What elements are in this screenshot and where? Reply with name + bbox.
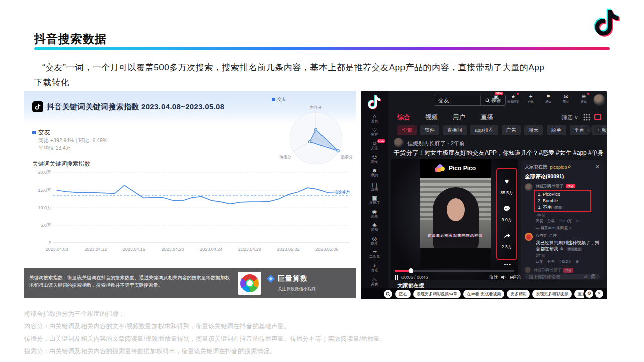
chip-脱单[interactable]: 脱单 bbox=[547, 125, 566, 135]
sidebar-item-推荐[interactable]: ♡推荐 bbox=[361, 127, 388, 140]
comment-time: 2年前 bbox=[536, 213, 584, 218]
settings-gear-icon[interactable]: ⚙ bbox=[585, 290, 593, 298]
comment-time: 2年前 bbox=[536, 253, 599, 258]
mention-icon[interactable]: @ bbox=[591, 274, 596, 279]
tab-直播[interactable]: 直播 bbox=[480, 113, 493, 122]
keyword-legend: 交友 bbox=[32, 128, 50, 137]
search-input[interactable] bbox=[434, 97, 480, 103]
chip-软件[interactable]: 软件 bbox=[420, 125, 439, 135]
comment-text-lines: 1. PicoPico2. Bumble3. 不南置顶 bbox=[536, 190, 584, 212]
emoji-icon[interactable]: ☺ bbox=[583, 274, 588, 279]
sidebar-item-放映厅[interactable]: ▣放映厅 bbox=[361, 195, 388, 208]
footer-line: 将综合指数拆分为三个维度的指标： bbox=[24, 308, 623, 320]
comment-author: 存在即 合理 bbox=[536, 233, 557, 238]
sidebar-item-首页[interactable]: ⌂首页 bbox=[361, 113, 388, 127]
sidebar-item-icon: ☻ bbox=[361, 167, 388, 173]
engagement-stats-annotated: ♥ 85.5万 9.0万 2.3万 bbox=[496, 168, 517, 260]
post-author-line[interactable]: 佳妮别再长胖了 · 2年前 bbox=[407, 140, 465, 147]
dislike-icon[interactable]: ⊖ bbox=[576, 259, 579, 264]
chip-直播间[interactable]: 直播间 bbox=[443, 125, 467, 135]
more-options-icon[interactable]: ••• bbox=[504, 261, 511, 267]
topbar-action-合作[interactable]: ✦合作 bbox=[524, 94, 537, 104]
x-axis-tick: 2023.04.20 bbox=[161, 247, 184, 252]
post-author-avatar[interactable] bbox=[394, 138, 404, 147]
share-button[interactable]: 分享 bbox=[547, 259, 555, 264]
topbar-action-投稿[interactable]: ⊕投稿 bbox=[577, 94, 590, 104]
share-button[interactable]: 分享 bbox=[547, 219, 555, 224]
topbar-action-通知[interactable]: ⚑通知 bbox=[542, 94, 555, 104]
bottom-search-icon[interactable] bbox=[384, 290, 392, 298]
sidebar-item-游戏[interactable]: ◈游戏 bbox=[361, 222, 388, 235]
related-search-keyword[interactable]: picopico bbox=[550, 165, 567, 170]
yoy-stats: 同比 +392.94% | 环比 -6.49% bbox=[38, 137, 107, 144]
y-axis-tick: 10.0万 bbox=[38, 205, 51, 210]
sidebar-item-直播[interactable]: ▢直播 bbox=[361, 181, 388, 195]
radar-chart: 内容分搜索分传播分 bbox=[275, 100, 356, 176]
intro-paragraph: “交友”一词，一个月可以覆盖500多万次搜索，搜索排名前几条内容，基本上都是推荐… bbox=[34, 60, 613, 90]
tab-视频[interactable]: 视频 bbox=[425, 113, 438, 122]
search-index-line-chart: 20.0万15.0万10.0万5.0万02023.04.082023.04.12… bbox=[29, 166, 353, 260]
sidebar-item-我的[interactable]: ☻我的 bbox=[361, 167, 388, 181]
tab-用户[interactable]: 用户 bbox=[453, 113, 465, 122]
sidebar-item-美食[interactable]: ♨美食 bbox=[361, 276, 388, 290]
video-player[interactable]: Pico Pico 这是最近刚火起来的网恋神器 ♥ 85.5万 9.0万 2.3… bbox=[391, 159, 518, 280]
sidebar-item-朋友[interactable]: ⚇朋友 bbox=[361, 154, 388, 167]
chip-广告[interactable]: 广告 bbox=[502, 125, 521, 135]
dislike-icon[interactable]: ⊖ bbox=[576, 219, 579, 224]
comment-input[interactable] bbox=[529, 274, 581, 279]
tab-综合[interactable]: 综合 bbox=[397, 113, 410, 122]
sidebar-item-音乐[interactable]: ♪音乐 bbox=[361, 262, 388, 276]
topbar-action-label: 私信 bbox=[560, 100, 572, 104]
reply-button[interactable]: 回复 bbox=[536, 219, 543, 224]
like-icon[interactable]: ♥ bbox=[505, 178, 509, 185]
suggestion-chip[interactable]: 在ub看·更优看视频 bbox=[463, 290, 505, 298]
suggestion-chip[interactable]: 发现更多精彩视频54章 bbox=[413, 290, 461, 298]
dismiss-icon[interactable]: × bbox=[595, 290, 603, 298]
analytics-title: 抖音关键词关键词搜索指数 2023.04.08~2023.05.08 bbox=[47, 102, 224, 112]
related-search-row[interactable]: 大家都在搜: picopico ✕ bbox=[525, 164, 600, 170]
reply-button[interactable]: 回复 bbox=[536, 259, 543, 264]
grid-view-icon[interactable] bbox=[583, 114, 590, 121]
chip-聊天[interactable]: 聊天 bbox=[524, 125, 543, 135]
juliang-suanshu-logo-icon bbox=[267, 275, 275, 283]
like-count[interactable]: ♡2.3万 bbox=[559, 219, 572, 224]
sidebar-item-娱乐[interactable]: ◎娱乐 bbox=[361, 235, 388, 249]
progress-knob[interactable] bbox=[409, 268, 413, 273]
tiktok-logo-icon bbox=[594, 7, 622, 38]
playback-speed[interactable]: 倍速 bbox=[489, 274, 498, 280]
volume-icon[interactable] bbox=[501, 275, 507, 280]
comment-icon[interactable] bbox=[503, 205, 510, 212]
filter-dropdown[interactable]: 筛选 ∨ bbox=[561, 114, 578, 121]
video-progress-bar[interactable] bbox=[395, 270, 514, 272]
user-avatar[interactable] bbox=[593, 94, 605, 106]
sidebar-item-label: 关注 bbox=[361, 146, 388, 150]
presentation-slide: 抖音搜索数据 “交友”一词，一个月可以覆盖500多万次搜索，搜索排名前几条内容，… bbox=[0, 0, 644, 362]
suggestion-chip[interactable]: 发现更多精彩视频 bbox=[532, 290, 572, 298]
douyin-screenshot: ⌂首页♡推荐☺LIVE关注⚇朋友☻我的▢直播▣放映厅◉热点◈游戏◎娱乐▱二次元♪… bbox=[361, 91, 607, 299]
topbar-action-收藏网页[interactable]: ★收藏网页 bbox=[507, 94, 520, 104]
sidebar-item-关注[interactable]: ☺LIVE关注 bbox=[361, 140, 388, 154]
chip-全部[interactable]: 全部 bbox=[397, 125, 417, 135]
comment-list: 佳妮别再长胖了作者1. PicoPico2. Bumble3. 不南置顶2年前回… bbox=[525, 183, 600, 266]
chips-next-icon[interactable]: › bbox=[594, 126, 602, 134]
close-icon[interactable]: ✕ bbox=[595, 164, 600, 170]
author-badge: 作者 bbox=[566, 184, 575, 188]
suggestion-chip[interactable]: 正在 bbox=[395, 290, 411, 298]
topbar-action-私信[interactable]: ✉私信 bbox=[559, 94, 573, 104]
pause-icon[interactable] bbox=[395, 275, 398, 280]
chips-prev-icon[interactable]: ‹ bbox=[584, 126, 592, 134]
topbar-action-客户端[interactable]: ▣NEW客户端 bbox=[489, 94, 502, 104]
sidebar-item-二次元[interactable]: ▱二次元 bbox=[361, 249, 388, 262]
comments-section-label[interactable]: 评论 bbox=[512, 274, 521, 281]
sidebar-item-label: 推荐 bbox=[361, 133, 388, 137]
suggestion-chip[interactable]: 重复存取视频 bbox=[574, 290, 584, 298]
picopico-cloud-icon bbox=[435, 164, 446, 172]
sidebar-item-热点[interactable]: ◉热点 bbox=[361, 208, 388, 222]
suggestion-chip[interactable]: 更多精彩 bbox=[507, 290, 530, 298]
share-icon[interactable] bbox=[503, 232, 511, 239]
expand-replies-link[interactable]: — 展开4059条回复 ∨ bbox=[536, 226, 600, 231]
like-count[interactable]: ♡6.2万 bbox=[559, 259, 572, 264]
reply-author: 佳妮别再长胖了 bbox=[534, 267, 562, 273]
chip-app推荐[interactable]: app推荐 bbox=[470, 125, 498, 135]
single-column-view-icon[interactable] bbox=[594, 114, 601, 120]
